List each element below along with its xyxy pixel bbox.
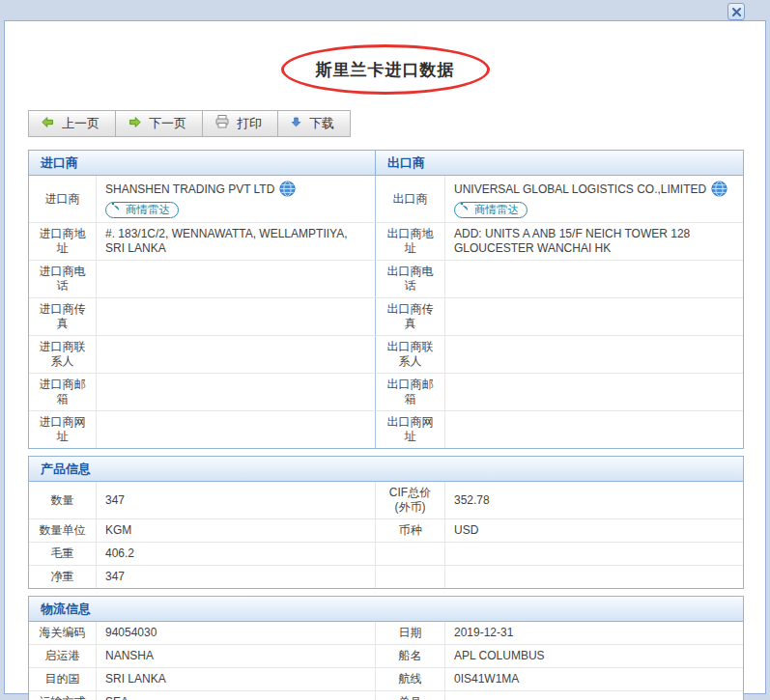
date-value: 2019-12-31 — [445, 622, 743, 645]
exporter-email-label: 出口商邮箱 — [376, 374, 445, 411]
importer-contact-label: 进口商联系人 — [29, 336, 97, 374]
radar-badge-label: 商情雷达 — [126, 203, 170, 217]
hs-code-value: 94054030 — [97, 622, 376, 645]
radar-badge-label: 商情雷达 — [474, 203, 519, 217]
exporter-contact-value — [445, 336, 743, 374]
cif-total-label: CIF总价(外币) — [376, 482, 445, 519]
exporter-fax-label: 出口商传真 — [376, 298, 445, 336]
date-label: 日期 — [376, 622, 445, 645]
green-left-arrow-icon — [41, 115, 55, 132]
net-weight-value: 347 — [97, 566, 376, 588]
globe-icon[interactable] — [279, 181, 296, 201]
exporter-address-label: 出口商地址 — [376, 223, 445, 261]
importer-fax-label: 进口商传真 — [29, 298, 97, 336]
empty-label — [376, 566, 445, 588]
empty-label — [376, 543, 445, 566]
logistics-info-section: 物流信息 海关编码 94054030 日期 2019-12-31 启运港 NAN… — [28, 596, 744, 700]
exporter-contact-label: 出口商联系人 — [376, 336, 445, 374]
hs-code-label: 海关编码 — [29, 622, 97, 645]
vessel-value: APL COLUMBUS — [445, 645, 743, 668]
empty-value — [445, 543, 743, 566]
route-label: 航线 — [376, 668, 445, 691]
toolbar: 上一页 下一页 打印 下载 — [28, 110, 765, 137]
importer-phone-value — [97, 261, 376, 298]
currency-value: USD — [445, 519, 743, 543]
bill-number-value — [445, 691, 743, 700]
importer-company-label: 进口商 — [29, 176, 97, 223]
exporter-company-value: UNIVERSAL GLOBAL LOGISTICS CO.,LIMITED — [445, 176, 743, 223]
exporter-website-label: 出口商网址 — [376, 411, 445, 448]
page-title: 斯里兰卡进口数据 — [316, 59, 455, 81]
route-value: 0IS41W1MA — [445, 668, 743, 691]
importer-website-label: 进口商网址 — [29, 411, 97, 448]
globe-icon[interactable] — [711, 181, 727, 201]
gross-weight-value: 406.2 — [97, 543, 376, 566]
importer-address-value: #. 183/1C/2, WENNAWATTA, WELLAMPTIIYA, S… — [97, 223, 376, 261]
exporter-header: 出口商 — [376, 151, 743, 175]
exporter-website-value — [445, 411, 743, 448]
net-weight-label: 净重 — [29, 566, 97, 588]
exporter-phone-label: 出口商电话 — [376, 261, 445, 298]
quantity-label: 数量 — [29, 482, 97, 519]
exporter-phone-value — [445, 261, 743, 298]
empty-value — [445, 566, 743, 588]
currency-label: 币种 — [376, 519, 445, 543]
importer-exporter-section: 进口商 出口商 进口商 SHANSHEN TRADING PVT LTD — [28, 150, 744, 449]
blue-down-arrow-icon — [290, 116, 302, 131]
close-icon — [732, 3, 741, 20]
printer-icon — [214, 114, 230, 132]
importer-website-value — [97, 411, 376, 448]
download-button[interactable]: 下载 — [277, 110, 351, 137]
quantity-unit-label: 数量单位 — [29, 519, 97, 543]
importer-email-value — [97, 374, 376, 411]
importer-header: 进口商 — [29, 151, 376, 175]
transport-mode-value: SEA — [97, 691, 376, 700]
print-button[interactable]: 打印 — [202, 110, 278, 137]
print-label: 打印 — [237, 115, 262, 132]
importer-fax-value — [97, 298, 376, 336]
importer-company-name: SHANSHEN TRADING PVT LTD — [105, 182, 274, 197]
next-page-button[interactable]: 下一页 — [115, 110, 203, 137]
importer-contact-value — [97, 336, 376, 374]
green-right-arrow-icon — [128, 115, 142, 132]
bill-number-label: 单号 — [376, 691, 445, 700]
close-button[interactable] — [727, 3, 745, 20]
exporter-company-name: UNIVERSAL GLOBAL LOGISTICS CO.,LIMITED — [454, 182, 706, 197]
exporter-radar-badge[interactable]: 商情雷达 — [454, 202, 528, 218]
title-area: 斯里兰卡进口数据 — [5, 52, 765, 87]
quantity-value: 347 — [97, 482, 376, 519]
destination-country-value: SRI LANKA — [97, 668, 376, 691]
gross-weight-label: 毛重 — [29, 543, 97, 566]
next-page-label: 下一页 — [149, 115, 186, 132]
product-info-section: 产品信息 数量 347 CIF总价(外币) 352.78 数量单位 KGM 币种… — [28, 456, 744, 589]
cif-total-value: 352.78 — [445, 482, 743, 519]
importer-email-label: 进口商邮箱 — [29, 374, 97, 411]
loading-port-label: 启运港 — [29, 645, 97, 668]
loading-port-value: NANSHA — [97, 645, 376, 668]
exporter-company-label: 出口商 — [376, 176, 445, 223]
importer-exporter-header: 进口商 出口商 — [29, 151, 743, 176]
importer-company-value: SHANSHEN TRADING PVT LTD — [97, 176, 376, 223]
radar-dish-icon — [460, 202, 471, 217]
radar-dish-icon — [111, 202, 123, 217]
importer-radar-badge[interactable]: 商情雷达 — [105, 202, 179, 218]
exporter-fax-value — [445, 298, 743, 336]
destination-country-label: 目的国 — [29, 668, 97, 691]
prev-page-label: 上一页 — [62, 115, 100, 132]
logistics-info-header: 物流信息 — [29, 597, 743, 622]
importer-address-label: 进口商地址 — [29, 223, 97, 261]
dialog-panel: 斯里兰卡进口数据 上一页 下一页 打印 — [4, 20, 766, 694]
transport-mode-label: 运输方式 — [29, 691, 97, 700]
prev-page-button[interactable]: 上一页 — [28, 110, 116, 137]
exporter-email-value — [445, 374, 743, 411]
quantity-unit-value: KGM — [97, 519, 376, 543]
product-info-header: 产品信息 — [29, 457, 743, 482]
download-label: 下载 — [309, 115, 334, 132]
exporter-address-value: ADD: UNITS A ANB 15/F NEICH TOWER 128 GL… — [445, 223, 743, 261]
vessel-label: 船名 — [376, 645, 445, 668]
importer-phone-label: 进口商电话 — [29, 261, 97, 298]
